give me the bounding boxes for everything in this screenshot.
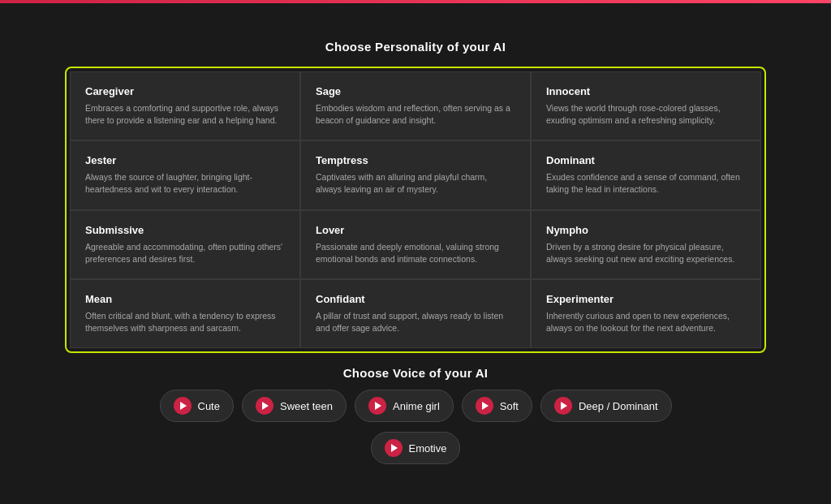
voice-btn-emotive[interactable]: Emotive: [371, 432, 461, 464]
play-triangle: [262, 402, 269, 410]
play-icon: [476, 397, 493, 415]
voice-btn-deep--dominant[interactable]: Deep / Dominant: [540, 390, 672, 422]
main-container: Choose Personality of your AI Caregiver …: [0, 32, 831, 473]
personality-card-caregiver[interactable]: Caregiver Embraces a comforting and supp…: [70, 71, 300, 140]
play-icon: [368, 397, 386, 415]
voice-label: Emotive: [409, 442, 447, 454]
voice-label: Soft: [500, 400, 519, 412]
personality-card-title: Lover: [316, 224, 515, 236]
personality-card-desc: Embodies wisdom and reflection, often se…: [316, 102, 515, 127]
personality-card-desc: Captivates with an alluring and playful …: [316, 171, 515, 196]
personality-card-title: Caregiver: [85, 85, 285, 97]
play-icon: [554, 397, 572, 415]
play-triangle: [180, 402, 187, 410]
play-icon: [174, 397, 192, 415]
personality-card-title: Submissive: [85, 224, 285, 236]
voice-label: Sweet teen: [280, 400, 333, 412]
personality-card-desc: A pillar of trust and support, always re…: [316, 310, 515, 334]
personality-card-mean[interactable]: Mean Often critical and blunt, with a te…: [70, 279, 300, 348]
personality-card-confidant[interactable]: Confidant A pillar of trust and support,…: [300, 279, 531, 348]
voice-section: Choose Voice of your AI Cute Sweet teen …: [65, 366, 766, 464]
personality-card-title: Mean: [85, 293, 285, 305]
personality-card-desc: Inherently curious and open to new exper…: [546, 310, 746, 334]
personality-card-title: Temptress: [316, 154, 515, 166]
personality-card-title: Nympho: [546, 224, 746, 236]
play-triangle: [391, 444, 398, 452]
voice-btn-sweet-teen[interactable]: Sweet teen: [242, 390, 347, 422]
play-triangle: [561, 402, 567, 410]
voice-label: Cute: [198, 400, 220, 412]
personality-card-desc: Often critical and blunt, with a tendenc…: [85, 310, 285, 334]
play-icon: [256, 397, 273, 415]
personality-section-title: Choose Personality of your AI: [325, 40, 506, 54]
voice-btn-cute[interactable]: Cute: [160, 390, 234, 422]
personality-card-sage[interactable]: Sage Embodies wisdom and reflection, oft…: [300, 71, 531, 140]
personality-card-desc: Agreeable and accommodating, often putti…: [85, 241, 285, 265]
personality-card-desc: Passionate and deeply emotional, valuing…: [316, 241, 515, 265]
voice-label: Anime girl: [393, 400, 440, 412]
personality-card-title: Sage: [316, 85, 515, 97]
personality-card-desc: Views the world through rose-colored gla…: [546, 102, 746, 127]
personality-card-experimenter[interactable]: Experimenter Inherently curious and open…: [531, 279, 761, 348]
voice-btn-soft[interactable]: Soft: [462, 390, 532, 422]
personality-grid: Caregiver Embraces a comforting and supp…: [70, 71, 761, 349]
personality-card-innocent[interactable]: Innocent Views the world through rose-co…: [531, 71, 761, 140]
personality-card-desc: Always the source of laughter, bringing …: [85, 171, 285, 196]
personality-card-title: Innocent: [546, 85, 746, 97]
voice-btn-anime-girl[interactable]: Anime girl: [355, 390, 454, 422]
personality-card-desc: Exudes confidence and a sense of command…: [546, 171, 746, 196]
personality-grid-wrapper: Caregiver Embraces a comforting and supp…: [65, 67, 766, 354]
personality-card-nympho[interactable]: Nympho Driven by a strong desire for phy…: [531, 210, 761, 279]
personality-card-title: Confidant: [316, 293, 515, 305]
personality-card-title: Experimenter: [546, 293, 746, 305]
personality-card-title: Dominant: [546, 154, 746, 166]
personality-card-jester[interactable]: Jester Always the source of laughter, br…: [70, 140, 300, 209]
personality-card-title: Jester: [85, 154, 285, 166]
voice-buttons-row2: Emotive: [371, 432, 461, 464]
play-triangle: [375, 402, 381, 410]
voice-buttons-row1: Cute Sweet teen Anime girl Soft Deep / D…: [160, 390, 672, 422]
personality-card-desc: Driven by a strong desire for physical p…: [546, 241, 746, 265]
personality-card-lover[interactable]: Lover Passionate and deeply emotional, v…: [300, 210, 531, 279]
personality-card-temptress[interactable]: Temptress Captivates with an alluring an…: [300, 140, 531, 209]
personality-card-desc: Embraces a comforting and supportive rol…: [85, 102, 285, 127]
play-icon: [385, 439, 403, 457]
personality-card-submissive[interactable]: Submissive Agreeable and accommodating, …: [70, 210, 300, 279]
voice-section-title: Choose Voice of your AI: [343, 366, 489, 380]
play-triangle: [482, 402, 489, 410]
personality-card-dominant[interactable]: Dominant Exudes confidence and a sense o…: [531, 140, 761, 209]
voice-label: Deep / Dominant: [579, 400, 658, 412]
